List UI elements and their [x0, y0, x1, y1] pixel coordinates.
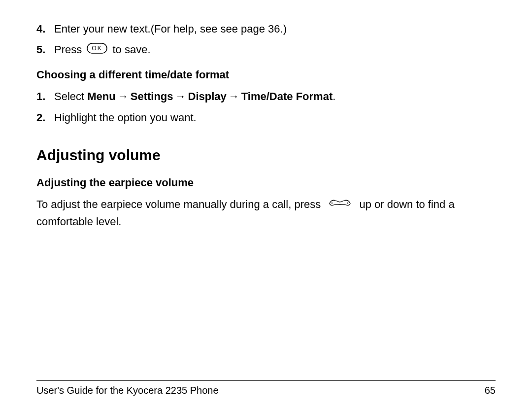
paragraph-earpiece: To adjust the earpiece volume manually d… [36, 196, 496, 230]
page-footer: User's Guide for the Kyocera 2235 Phone … [36, 380, 496, 396]
menu-path-display: Display [188, 90, 227, 103]
step-suffix: to save. [112, 43, 150, 56]
step-text: Select Menu→Settings→Display→Time/Date F… [54, 88, 496, 105]
step-number: 5. [36, 41, 54, 59]
step-prefix: Select [54, 90, 87, 103]
heading-adjusting-volume: Adjusting volume [36, 144, 496, 167]
arrow-icon: → [229, 90, 239, 103]
paragraph-before: To adjust the earpiece volume manually d… [36, 198, 324, 210]
step-prefix: Press [54, 43, 85, 56]
step-4: 4. Enter your new text.(For help, see se… [36, 21, 496, 37]
step-number: 4. [36, 21, 54, 37]
svg-point-3 [347, 203, 348, 204]
menu-path-menu: Menu [87, 90, 115, 103]
step-number: 2. [36, 109, 54, 126]
page-number: 65 [485, 385, 496, 396]
menu-path-settings: Settings [131, 90, 173, 103]
step-suffix: . [332, 90, 335, 103]
step-text: Press OK to save. [54, 41, 496, 59]
footer-title: User's Guide for the Kyocera 2235 Phone [36, 385, 219, 396]
nav-rocker-icon [327, 197, 353, 213]
ok-button-icon: OK [87, 42, 107, 59]
step-2-timedate: 2. Highlight the option you want. [36, 109, 496, 126]
page-content: 4. Enter your new text.(For help, see se… [36, 21, 496, 231]
step-text: Enter your new text.(For help, see see p… [54, 21, 496, 37]
step-text: Highlight the option you want. [54, 109, 496, 126]
svg-text:OK: OK [92, 45, 102, 52]
subheading-earpiece: Adjusting the earpiece volume [36, 174, 496, 191]
arrow-icon: → [175, 90, 186, 103]
subheading-time-date: Choosing a different time/date format [36, 67, 496, 83]
step-number: 1. [36, 88, 54, 105]
svg-point-2 [332, 203, 332, 204]
arrow-icon: → [118, 90, 129, 103]
step-1-timedate: 1. Select Menu→Settings→Display→Time/Dat… [36, 88, 496, 105]
step-5: 5. Press OK to save. [36, 41, 496, 59]
menu-path-timedate: Time/Date Format [241, 90, 332, 103]
